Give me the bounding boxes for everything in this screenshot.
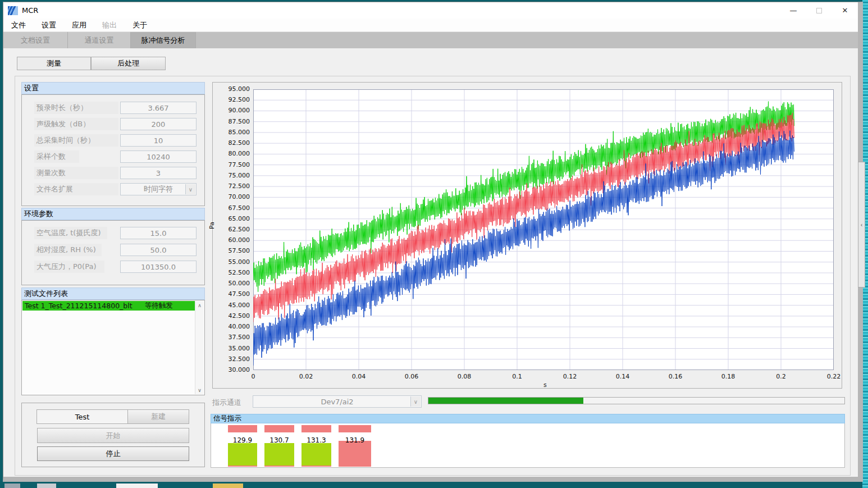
y-tick-label: 95.000 [215, 85, 250, 93]
x-tick-label: 0.22 [821, 373, 847, 380]
x-tick-label: 0.1 [504, 373, 530, 380]
meter-bottom-segment [301, 466, 331, 467]
menu-settings[interactable]: 设置 [34, 20, 64, 30]
y-tick-label: 32.500 [215, 355, 250, 363]
signal-meter: 131.9 [339, 423, 371, 467]
x-tick-label: 0.18 [715, 373, 741, 380]
signal-chart: Pa 95.00092.50090.00087.50085.00082.5008… [212, 82, 842, 389]
meter-bottom-segment [228, 466, 257, 467]
minimize-button[interactable]: — [780, 2, 806, 19]
atmospheric-pressure-field[interactable]: 101350.0 [120, 261, 197, 273]
prerecord-duration-field[interactable]: 3.667 [120, 102, 197, 114]
menu-file[interactable]: 文件 [3, 20, 34, 30]
subtab-measure-button[interactable]: 测量 [17, 57, 91, 70]
y-tick-label: 85.000 [215, 129, 250, 136]
test-file-row[interactable]: Test 1_Test_211215114800_blt 等待触发 [22, 301, 195, 311]
menu-apply[interactable]: 应用 [64, 20, 94, 30]
y-tick-label: 65.000 [215, 215, 250, 222]
filename-extension-dropdown[interactable]: 时间字符 ∨ [120, 183, 197, 195]
tab-pulse-signal-analysis[interactable]: 脉冲信号分析 [131, 32, 196, 48]
signal-meter: 131.3 [301, 423, 331, 467]
meter-value: 129.9 [228, 436, 257, 444]
filename-extension-value: 时间字符 [144, 184, 173, 194]
start-button: 开始 [37, 428, 189, 443]
close-icon: ✕ [842, 6, 848, 15]
title-bar: MCR — ✕ [3, 2, 858, 19]
relative-humidity-label: 相对湿度, RH (%) [34, 244, 102, 256]
chevron-down-icon[interactable]: ∨ [185, 184, 195, 194]
atmospheric-pressure-label: 大气压力，P0(Pa) [34, 261, 104, 273]
sample-count-field[interactable]: 10240 [120, 150, 197, 163]
signal-meter: 129.9 [228, 423, 257, 467]
meter-value: 131.3 [301, 436, 331, 444]
window-title: MCR [22, 6, 38, 15]
indicator-channel-label: 指示通道 [212, 398, 241, 408]
meter-level-block [339, 441, 371, 467]
x-tick-label: 0.02 [293, 373, 319, 380]
measurement-count-field[interactable]: 3 [120, 167, 197, 179]
level-trigger-field[interactable]: 200 [120, 118, 197, 130]
y-tick-label: 70.000 [215, 193, 250, 200]
prerecord-duration-label: 预录时长（秒） [34, 102, 118, 114]
menu-output: 输出 [94, 20, 125, 30]
app-window: MCR — ✕ 文件 设置 应用 输出 关于 文档设置 通道设置 脉冲信号分析 … [3, 2, 863, 482]
x-tick-label: 0.2 [768, 373, 794, 380]
menu-bar: 文件 设置 应用 输出 关于 [3, 19, 858, 32]
scroll-up-icon[interactable]: ∧ [195, 301, 204, 309]
menu-about[interactable]: 关于 [125, 20, 155, 30]
meter-value: 130.7 [264, 436, 294, 444]
test-file-list: Test 1_Test_211215114800_blt 等待触发 ∧ ∨ [21, 300, 205, 395]
app-logo-icon [8, 6, 18, 15]
y-tick-label: 50.000 [215, 280, 250, 287]
x-tick-label: 0.04 [346, 373, 372, 380]
meter-value: 131.9 [339, 436, 371, 444]
stop-button[interactable]: 停止 [37, 446, 189, 461]
indicator-channel-dropdown[interactable]: Dev7/ai2 ∨ [253, 395, 422, 408]
total-acquisition-time-label: 总采集时间（秒） [34, 134, 118, 147]
y-tick-label: 80.000 [215, 150, 250, 157]
signal-panel-header: 信号指示 [211, 414, 845, 423]
desktop-icon-sliver[interactable] [213, 484, 243, 488]
y-tick-label: 37.500 [215, 334, 250, 341]
air-temperature-field[interactable]: 15.0 [120, 227, 197, 239]
side-panel-handle[interactable]: ‹ [858, 162, 865, 288]
y-tick-label: 72.500 [215, 183, 250, 190]
y-tick-label: 67.500 [215, 204, 250, 212]
desktop-icon-sliver[interactable] [116, 484, 158, 488]
close-button[interactable]: ✕ [832, 2, 858, 19]
test-name-button[interactable]: Test [36, 409, 128, 424]
settings-group-header: 设置 [21, 82, 205, 94]
scroll-down-icon[interactable]: ∨ [195, 386, 204, 394]
x-tick-label: 0 [240, 373, 266, 380]
chevron-down-icon[interactable]: ∨ [410, 396, 421, 407]
y-tick-label: 92.500 [215, 96, 250, 103]
x-tick-label: 0.08 [451, 373, 477, 380]
trigger-progress-bar [428, 397, 845, 404]
y-tick-label: 40.000 [215, 323, 250, 330]
x-tick-label: 0.12 [557, 373, 583, 380]
air-temperature-label: 空气温度, t(摄氏度) [34, 227, 107, 239]
x-tick-label: 0.14 [610, 373, 636, 380]
y-tick-label: 62.500 [215, 226, 250, 233]
file-list-scrollbar[interactable]: ∧ ∨ [195, 301, 204, 394]
y-tick-label: 45.000 [215, 302, 250, 309]
sample-count-label: 采样个数 [34, 150, 79, 163]
tab-channel-settings[interactable]: 通道设置 [68, 32, 131, 48]
test-file-status: 等待触发 [145, 301, 173, 311]
subtab-postprocess-button[interactable]: 后处理 [91, 57, 166, 70]
total-acquisition-time-field[interactable]: 10 [120, 134, 197, 147]
waveform-plot [253, 89, 834, 370]
meter-level-block [301, 443, 331, 466]
test-file-list-header: 测试文件列表 [21, 288, 205, 300]
desktop-icon-sliver[interactable] [4, 484, 20, 488]
y-tick-label: 90.000 [215, 107, 250, 114]
maximize-icon [816, 8, 822, 13]
y-tick-label: 87.500 [215, 118, 250, 125]
relative-humidity-field[interactable]: 50.0 [120, 244, 197, 256]
meter-cap-segment [339, 425, 371, 432]
y-tick-label: 57.500 [215, 247, 250, 254]
tab-document-settings[interactable]: 文档设置 [3, 32, 68, 48]
meter-cap-segment [264, 425, 294, 432]
maximize-button[interactable] [806, 2, 832, 19]
desktop-icon-sliver[interactable] [37, 484, 56, 488]
